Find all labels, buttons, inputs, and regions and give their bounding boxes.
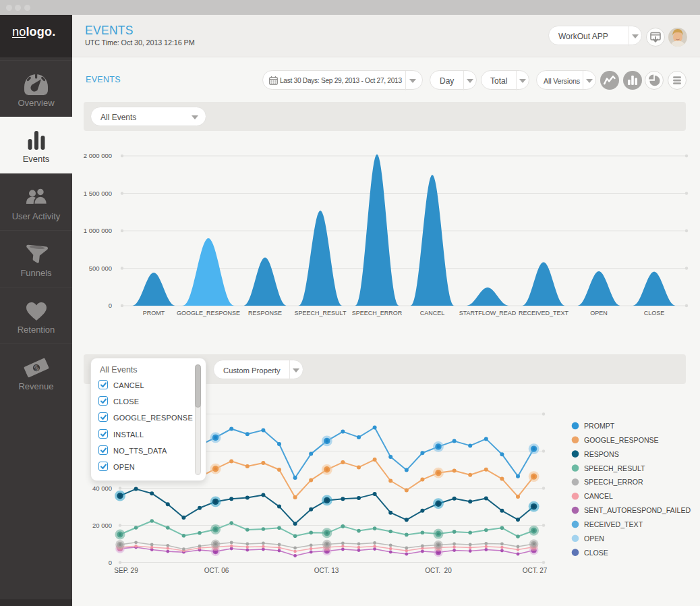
- svg-text:SEP. 29: SEP. 29: [114, 567, 138, 574]
- svg-text:0: 0: [109, 559, 112, 566]
- svg-text:OCT. 13: OCT. 13: [314, 567, 339, 574]
- svg-text:GOOGLE_RESPONSE: GOOGLE_RESPONSE: [177, 310, 240, 316]
- svg-text:RECEIVED_TEXT: RECEIVED_TEXT: [519, 310, 569, 316]
- svg-text:GOOGLE_RESPONSE: GOOGLE_RESPONSE: [584, 436, 659, 444]
- svg-text:RESPONS: RESPONS: [584, 450, 619, 458]
- svg-text:SPEECH_RESULT: SPEECH_RESULT: [295, 310, 347, 316]
- svg-text:500 000: 500 000: [89, 265, 112, 272]
- svg-text:OCT. 27: OCT. 27: [523, 567, 548, 574]
- svg-text:CLOSE: CLOSE: [644, 310, 665, 316]
- svg-text:1 000 000: 1 000 000: [84, 227, 112, 234]
- svg-text:SPEECH_ERROR: SPEECH_ERROR: [352, 310, 403, 316]
- svg-text:OCT. 20: OCT. 20: [425, 567, 452, 574]
- svg-text:40 000: 40 000: [92, 485, 112, 492]
- svg-text:CANCEL: CANCEL: [584, 492, 613, 500]
- svg-text:2 000 000: 2 000 000: [84, 152, 112, 159]
- svg-text:RECEIVED_TEXT: RECEIVED_TEXT: [584, 520, 643, 528]
- svg-text:CANCEL: CANCEL: [420, 310, 445, 316]
- svg-text:20 000: 20 000: [92, 522, 112, 529]
- svg-text:SPEECH_ERROR: SPEECH_ERROR: [584, 478, 643, 486]
- svg-text:PROMPT: PROMPT: [584, 422, 615, 430]
- svg-text:SENT_AUTORESPOND_FAILED: SENT_AUTORESPOND_FAILED: [584, 506, 691, 514]
- svg-text:1 500 000: 1 500 000: [84, 190, 112, 197]
- svg-text:OPEN: OPEN: [584, 534, 604, 543]
- svg-text:OCT. 06: OCT. 06: [204, 567, 229, 574]
- svg-text:CLOSE: CLOSE: [584, 549, 608, 557]
- svg-text:OPEN: OPEN: [590, 310, 608, 316]
- svg-text:SPEECH_RESULT: SPEECH_RESULT: [584, 464, 645, 472]
- svg-text:PROMT: PROMT: [143, 310, 165, 316]
- svg-text:RESPONSE: RESPONSE: [248, 310, 282, 316]
- svg-text:0: 0: [109, 302, 112, 309]
- svg-text:STARTFLOW_READ: STARTFLOW_READ: [459, 310, 517, 316]
